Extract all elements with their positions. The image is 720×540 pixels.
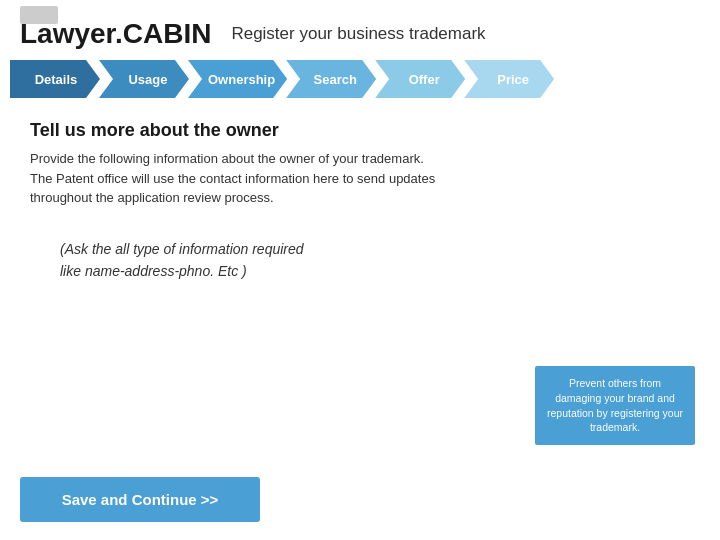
nav-label-details: Details xyxy=(35,72,78,87)
nav-item-price[interactable]: Price xyxy=(464,60,554,98)
logo-placeholder-box xyxy=(20,6,58,24)
nav-item-details[interactable]: Details xyxy=(10,60,100,98)
form-placeholder: (Ask the all type of information require… xyxy=(60,238,690,283)
nav-label-ownership: Ownership xyxy=(208,72,275,87)
header: Lawyer.CABIN Register your business trad… xyxy=(0,0,720,60)
nav-item-usage[interactable]: Usage xyxy=(99,60,189,98)
desc-line3: throughout the application review proces… xyxy=(30,190,274,205)
nav-label-price: Price xyxy=(497,72,529,87)
nav-bar: Details Usage Ownership Search Offer Pri… xyxy=(0,60,720,98)
tooltip-text: Prevent others from damaging your brand … xyxy=(547,377,683,433)
placeholder-line2: like name-address-phno. Etc ) xyxy=(60,263,247,279)
nav-item-offer[interactable]: Offer xyxy=(375,60,465,98)
nav-item-search[interactable]: Search xyxy=(286,60,376,98)
tooltip-box: Prevent others from damaging your brand … xyxy=(535,366,695,445)
section-title: Tell us more about the owner xyxy=(30,120,690,141)
section-description: Provide the following information about … xyxy=(30,149,690,208)
desc-line1: Provide the following information about … xyxy=(30,151,424,166)
main-content: Tell us more about the owner Provide the… xyxy=(0,98,720,312)
tagline: Register your business trademark xyxy=(231,24,485,44)
save-and-continue-button[interactable]: Save and Continue >> xyxy=(20,477,260,522)
nav-item-ownership[interactable]: Ownership xyxy=(188,60,287,98)
nav-label-search: Search xyxy=(314,72,357,87)
nav-label-usage: Usage xyxy=(128,72,167,87)
nav-label-offer: Offer xyxy=(409,72,440,87)
desc-line2: The Patent office will use the contact i… xyxy=(30,171,435,186)
logo-text-bold: CABIN xyxy=(123,18,212,49)
placeholder-line1: (Ask the all type of information require… xyxy=(60,241,304,257)
